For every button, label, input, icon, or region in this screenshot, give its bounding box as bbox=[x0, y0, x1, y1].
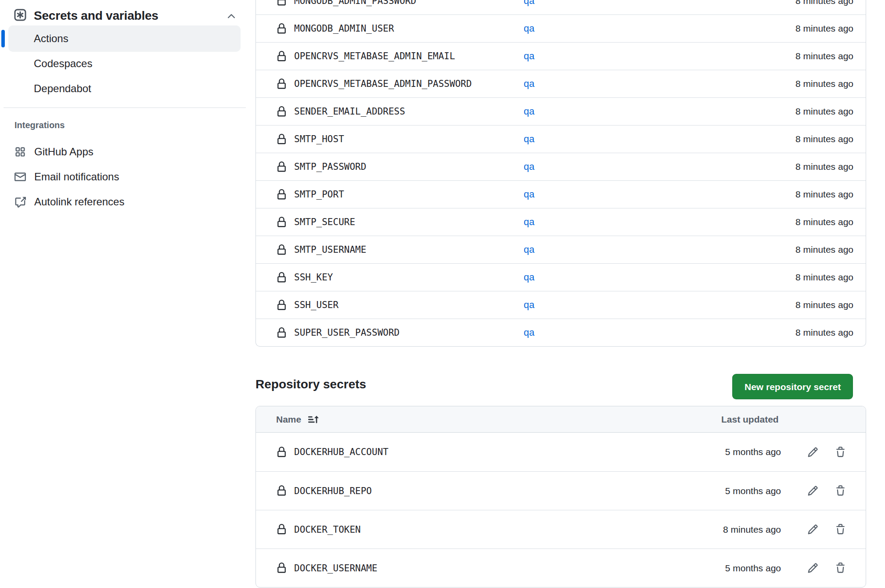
repository-secret-row: DOCKER_USERNAME 5 months ago bbox=[256, 549, 866, 587]
delete-secret-button[interactable] bbox=[831, 443, 849, 461]
lock-icon bbox=[276, 563, 287, 574]
secret-name: DOCKERHUB_ACCOUNT bbox=[294, 447, 389, 457]
repository-secrets-heading: Repository secrets bbox=[255, 377, 366, 391]
secret-name: SMTP_SECURE bbox=[294, 217, 355, 227]
lock-icon bbox=[276, 79, 287, 90]
lock-icon bbox=[276, 485, 287, 496]
environment-link[interactable]: qa bbox=[524, 106, 534, 117]
secret-updated: 8 minutes ago bbox=[795, 244, 853, 255]
environment-secret-row: MONGODB_ADMIN_USER qa 8 minutes ago bbox=[256, 14, 866, 42]
sidebar-item-label: Dependabot bbox=[34, 82, 91, 95]
edit-secret-button[interactable] bbox=[804, 443, 821, 461]
last-updated-column-header: Last updated bbox=[721, 406, 779, 433]
environment-link[interactable]: qa bbox=[524, 50, 534, 62]
environment-secret-row: SENDER_EMAIL_ADDRESS qa 8 minutes ago bbox=[256, 97, 866, 125]
environment-secret-row: SMTP_SECURE qa 8 minutes ago bbox=[256, 208, 866, 236]
lock-icon bbox=[276, 0, 287, 6]
environment-link[interactable]: qa bbox=[524, 78, 534, 90]
environment-link[interactable]: qa bbox=[524, 0, 534, 7]
environment-link[interactable]: qa bbox=[524, 272, 534, 283]
secret-name-cell: SMTP_PORT bbox=[276, 189, 524, 200]
sidebar-item-codespaces[interactable]: Codespaces bbox=[8, 50, 241, 77]
name-column-header[interactable]: Name bbox=[276, 414, 301, 425]
lock-icon bbox=[276, 134, 287, 145]
lock-icon bbox=[276, 23, 287, 34]
repository-secrets-table: Name Last updated DOCKERHUB_ACCOUNT 5 mo… bbox=[255, 406, 866, 588]
mail-icon bbox=[14, 171, 26, 183]
sidebar-item-autolink-references[interactable]: Autolink references bbox=[4, 189, 241, 215]
secret-name-cell: OPENCRVS_METABASE_ADMIN_EMAIL bbox=[276, 51, 524, 62]
secret-name-cell: DOCKER_TOKEN bbox=[276, 524, 524, 535]
apps-icon bbox=[14, 146, 26, 158]
delete-secret-button[interactable] bbox=[831, 521, 849, 538]
repository-secret-row: DOCKERHUB_REPO 5 months ago bbox=[256, 471, 866, 510]
secret-name: SMTP_USERNAME bbox=[294, 244, 366, 255]
environment-link[interactable]: qa bbox=[524, 299, 534, 311]
pencil-icon bbox=[807, 447, 818, 458]
environment-secret-row: SMTP_PASSWORD qa 8 minutes ago bbox=[256, 153, 866, 180]
secret-name-cell: MONGODB_ADMIN_USER bbox=[276, 23, 524, 34]
integrations-section-title: Integrations bbox=[14, 120, 65, 130]
secret-name-cell: SMTP_USERNAME bbox=[276, 244, 524, 255]
sidebar-item-label: Autolink references bbox=[34, 196, 124, 208]
github-settings-secrets-page: Secrets and variables Actions Codespaces… bbox=[0, 0, 885, 588]
sidebar-item-email-notifications[interactable]: Email notifications bbox=[4, 164, 241, 190]
chevron-up-icon[interactable] bbox=[226, 11, 237, 22]
environment-link[interactable]: qa bbox=[524, 133, 534, 145]
repository-secrets-table-header: Name Last updated bbox=[256, 406, 866, 433]
environment-link[interactable]: qa bbox=[524, 161, 534, 172]
environment-link[interactable]: qa bbox=[524, 244, 534, 255]
secret-name-cell: SMTP_HOST bbox=[276, 134, 524, 145]
secret-name: SMTP_PASSWORD bbox=[294, 161, 366, 172]
secret-name: DOCKER_USERNAME bbox=[294, 563, 378, 574]
secret-name: SUPER_USER_PASSWORD bbox=[294, 327, 399, 338]
secret-updated: 8 minutes ago bbox=[795, 217, 853, 227]
secret-name: SMTP_PORT bbox=[294, 189, 344, 200]
repository-secret-row: DOCKER_TOKEN 8 minutes ago bbox=[256, 510, 866, 549]
secrets-and-variables-group: Secrets and variables bbox=[0, 4, 248, 27]
environment-link[interactable]: qa bbox=[524, 189, 534, 200]
environment-secret-row: MONGODB_ADMIN_PASSWORD qa 8 minutes ago bbox=[256, 0, 866, 14]
edit-secret-button[interactable] bbox=[804, 521, 821, 538]
lock-icon bbox=[276, 161, 287, 172]
lock-icon bbox=[276, 51, 287, 62]
pencil-icon bbox=[807, 485, 818, 496]
lock-icon bbox=[276, 189, 287, 200]
secret-name: SSH_KEY bbox=[294, 272, 333, 283]
new-repository-secret-button[interactable]: New repository secret bbox=[732, 374, 853, 399]
environment-link[interactable]: qa bbox=[524, 23, 534, 34]
sidebar-item-label: Email notifications bbox=[34, 171, 119, 183]
sidebar-item-label: GitHub Apps bbox=[34, 146, 94, 158]
secret-name-cell: SMTP_PASSWORD bbox=[276, 161, 524, 172]
sidebar-item-dependabot[interactable]: Dependabot bbox=[8, 75, 241, 102]
secrets-and-variables-icon bbox=[14, 8, 27, 22]
environment-secret-row: SMTP_PORT qa 8 minutes ago bbox=[256, 180, 866, 208]
secret-updated: 8 minutes ago bbox=[795, 106, 853, 117]
sidebar-item-actions[interactable]: Actions bbox=[8, 25, 241, 52]
edit-secret-button[interactable] bbox=[804, 559, 821, 577]
secret-name: DOCKER_TOKEN bbox=[294, 524, 361, 535]
secret-name: OPENCRVS_METABASE_ADMIN_EMAIL bbox=[294, 51, 455, 61]
sidebar-item-github-apps[interactable]: GitHub Apps bbox=[4, 139, 241, 165]
environment-link[interactable]: qa bbox=[524, 216, 534, 228]
secret-name-cell: MONGODB_ADMIN_PASSWORD bbox=[276, 0, 524, 6]
secret-updated: 8 minutes ago bbox=[795, 327, 853, 338]
environment-link[interactable]: qa bbox=[524, 327, 534, 338]
secret-name-cell: SUPER_USER_PASSWORD bbox=[276, 327, 524, 338]
secret-updated: 8 minutes ago bbox=[795, 189, 853, 200]
delete-secret-button[interactable] bbox=[831, 482, 849, 500]
secret-name-cell: DOCKER_USERNAME bbox=[276, 563, 524, 574]
secret-updated: 8 minutes ago bbox=[795, 300, 853, 310]
lock-icon bbox=[276, 217, 287, 228]
delete-secret-button[interactable] bbox=[831, 559, 849, 577]
sidebar-group-title: Secrets and variables bbox=[34, 4, 158, 27]
secret-name-cell: SMTP_SECURE bbox=[276, 217, 524, 228]
environment-secret-row: OPENCRVS_METABASE_ADMIN_EMAIL qa 8 minut… bbox=[256, 42, 866, 70]
lock-icon bbox=[276, 327, 287, 338]
lock-icon bbox=[276, 244, 287, 255]
edit-secret-button[interactable] bbox=[804, 482, 821, 500]
secret-name: MONGODB_ADMIN_PASSWORD bbox=[294, 0, 416, 6]
sort-ascending-icon[interactable] bbox=[307, 414, 319, 425]
environment-secret-row: SUPER_USER_PASSWORD qa 8 minutes ago bbox=[256, 319, 866, 346]
sidebar-divider bbox=[4, 108, 246, 108]
